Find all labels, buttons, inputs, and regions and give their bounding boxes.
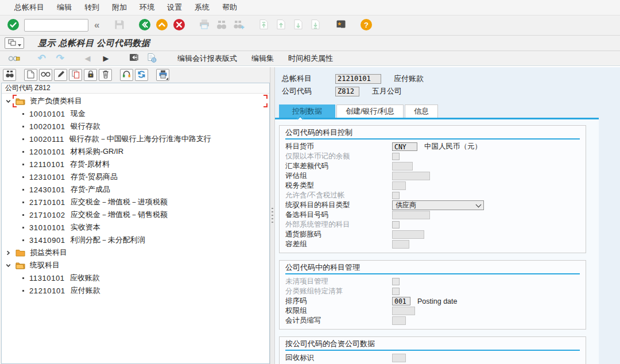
- tree-account-row[interactable]: 10020101银行存款: [2, 120, 269, 133]
- external-system-account-checkbox[interactable]: [392, 221, 400, 229]
- tree-account-row[interactable]: 12430101存货-产成品: [2, 183, 269, 196]
- tree-copy-button[interactable]: [69, 69, 82, 81]
- cancel-icon: [173, 18, 185, 33]
- bullet-icon: [22, 189, 24, 191]
- save-button[interactable]: [112, 18, 126, 33]
- tree-display-button[interactable]: [39, 69, 52, 81]
- window-menu-icon: [8, 39, 16, 48]
- redo-button[interactable]: ↷: [53, 51, 67, 65]
- chevron-right-icon[interactable]: [5, 250, 13, 256]
- next-page-button[interactable]: [291, 18, 305, 33]
- account-name: 应交税金－增值税－进项税额: [71, 197, 168, 207]
- menu-item-goto[interactable]: 转到: [78, 0, 106, 15]
- print-button[interactable]: [197, 18, 211, 33]
- inflation-key-field[interactable]: [392, 230, 424, 239]
- display-change-button[interactable]: [7, 51, 21, 65]
- tree-account-row[interactable]: 31010101实收资本: [2, 221, 269, 234]
- tree-block-button[interactable]: [120, 69, 133, 81]
- sort-key-field[interactable]: 001: [392, 297, 410, 305]
- tab-create-bank-interest[interactable]: 创建/银行/利息: [336, 104, 404, 118]
- account-name: 存货-原材料: [70, 159, 110, 169]
- layout-button[interactable]: [126, 51, 141, 65]
- new-session-button[interactable]: [334, 18, 348, 33]
- tree-print-button[interactable]: [156, 69, 169, 81]
- tax-category-field[interactable]: [392, 181, 406, 190]
- panel-splitter[interactable]: [270, 67, 275, 364]
- previous-page-icon: [276, 19, 286, 32]
- exit-button[interactable]: [154, 18, 169, 33]
- tree-change-button[interactable]: [54, 69, 67, 81]
- chevron-down-icon[interactable]: [5, 98, 13, 104]
- recovery-indicator-field[interactable]: [392, 354, 406, 362]
- tree-account-row[interactable]: 11310101应收账款: [2, 272, 269, 284]
- authorization-group-field[interactable]: [392, 307, 415, 315]
- menu-item-help[interactable]: 帮助: [216, 0, 243, 15]
- tree-create-button[interactable]: [24, 69, 37, 81]
- tree-find-button[interactable]: [3, 69, 16, 81]
- menu-item-system[interactable]: 系统: [188, 0, 216, 15]
- balances-local-currency-only-checkbox[interactable]: [392, 153, 400, 160]
- main-area: 公司代码 Z812 资产负债类科目10010101现金10020101银行存款1…: [0, 66, 620, 364]
- tree-folder-row[interactable]: 资产负债类科目: [2, 95, 269, 107]
- exchange-rate-difference-key-field[interactable]: [392, 162, 413, 171]
- menu-item-extras[interactable]: 附加: [106, 0, 133, 15]
- edit-set-button[interactable]: 编辑集: [246, 52, 279, 65]
- previous-item-button[interactable]: ◀: [80, 51, 95, 65]
- authorization-group-label: 权限组: [285, 306, 392, 316]
- tree-folder-row[interactable]: 损益类科目: [2, 246, 269, 259]
- last-page-button[interactable]: [308, 18, 323, 33]
- tolerance-group-field[interactable]: [392, 240, 409, 249]
- next-item-button[interactable]: ▶: [99, 51, 113, 65]
- valuation-group-field[interactable]: [392, 172, 430, 180]
- help-button[interactable]: ?: [359, 18, 373, 33]
- account-currency-field[interactable]: CNY: [392, 142, 417, 151]
- tree-lock-button[interactable]: [84, 69, 97, 81]
- undo-button[interactable]: ↶: [34, 51, 49, 65]
- find-button[interactable]: [214, 18, 228, 33]
- accounting-clerk-field[interactable]: [392, 316, 406, 325]
- menu-item-environment[interactable]: 环境: [133, 0, 161, 15]
- tab-information[interactable]: 信息: [405, 104, 438, 118]
- tree-delete-button[interactable]: [99, 69, 112, 81]
- command-field[interactable]: [24, 19, 88, 32]
- gl-account-label: 总帐科目: [282, 73, 335, 84]
- window-menu-button[interactable]: [5, 37, 24, 49]
- open-item-management-checkbox[interactable]: [392, 278, 400, 285]
- tree-account-row[interactable]: 21710102应交税金－增值税－销售税额: [2, 208, 269, 221]
- recon-account-type-select[interactable]: 供应商: [392, 200, 484, 210]
- gl-account-field[interactable]: 21210101: [335, 74, 381, 84]
- tree-account-row[interactable]: 12010101材料采购-GR/IR: [2, 145, 269, 158]
- tree-account-row[interactable]: 21210101应付账款: [2, 284, 269, 297]
- tree-account-row[interactable]: 31410901利润分配－未分配利润: [2, 234, 269, 246]
- tree-account-row[interactable]: 12310101存货-贸易商品: [2, 171, 269, 183]
- delete-icon: [102, 70, 109, 80]
- alternative-account-number-field[interactable]: [392, 211, 430, 219]
- enter-button[interactable]: [6, 18, 20, 33]
- menu-item-gl-account[interactable]: 总帐科目: [8, 0, 51, 15]
- time-dependent-attributes-button[interactable]: 时间相关属性: [283, 52, 338, 65]
- print-dropdown-corner[interactable]: [166, 78, 168, 80]
- menu-item-edit[interactable]: 编辑: [51, 0, 78, 15]
- tree-folder-row[interactable]: 统驭科目: [2, 259, 269, 272]
- cancel-button[interactable]: [172, 18, 186, 33]
- chevron-down-icon[interactable]: [5, 262, 13, 269]
- first-page-button[interactable]: [257, 18, 271, 33]
- edit-financial-statement-button[interactable]: 编辑会计报表版式: [172, 52, 242, 65]
- ledger-group-specific-clearing-checkbox[interactable]: [392, 288, 400, 295]
- last-page-icon: [311, 19, 320, 32]
- company-code-field[interactable]: Z812: [335, 87, 359, 96]
- report-structure-button[interactable]: [145, 51, 159, 65]
- collapse-toolbar-button[interactable]: «: [92, 19, 101, 32]
- menu-item-settings[interactable]: 设置: [161, 0, 188, 15]
- tree-account-row[interactable]: 10020111银行存款－中国银行上海分行淮海中路支行: [2, 133, 269, 145]
- tree-account-row[interactable]: 12110101存货-原材料: [2, 158, 269, 171]
- tab-control-data[interactable]: 控制数据: [279, 104, 335, 118]
- posting-without-tax-allowed-checkbox[interactable]: [392, 192, 400, 199]
- tree-account-row[interactable]: 10010101现金: [2, 107, 269, 120]
- previous-page-button[interactable]: [274, 18, 288, 33]
- tree-account-row[interactable]: 21710101应交税金－增值税－进项税额: [2, 196, 269, 208]
- back-button[interactable]: [137, 18, 152, 33]
- tree-refresh-button[interactable]: [135, 69, 148, 81]
- application-toolbar: ↶ ↷ ◀ ▶ 编辑会计报表版式 编辑集 时间相关属性: [0, 51, 620, 66]
- find-next-button[interactable]: [231, 18, 246, 33]
